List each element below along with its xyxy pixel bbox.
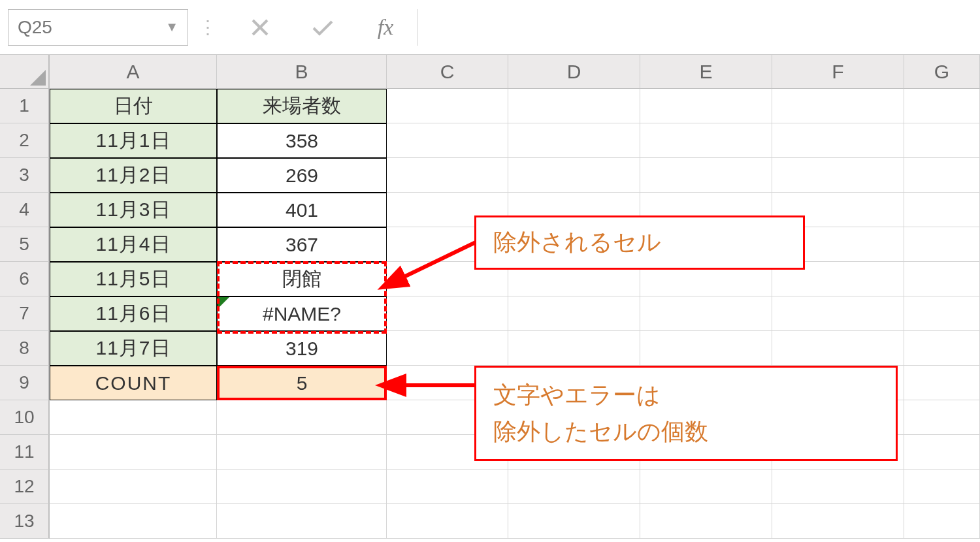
cell-value[interactable]: 367 [217,227,387,262]
cell-count-label[interactable]: COUNT [50,366,217,400]
cell[interactable] [387,504,508,539]
cell[interactable] [50,400,217,435]
cell[interactable] [904,89,980,123]
cell[interactable] [904,158,980,193]
cell-value[interactable]: 閉館 [217,262,387,296]
cell[interactable] [640,123,772,158]
name-box[interactable]: Q25 ▼ [8,9,188,46]
row-header[interactable]: 7 [0,296,50,331]
cell[interactable] [772,331,904,366]
cell[interactable] [640,331,772,366]
arrow-icon [385,235,483,287]
cell[interactable] [640,158,772,193]
cell[interactable] [904,435,980,470]
chevron-down-icon[interactable]: ▼ [165,20,178,35]
cell-date[interactable]: 11月7日 [50,331,217,366]
col-header-f[interactable]: F [772,55,904,89]
row-header[interactable]: 11 [0,435,50,470]
formula-bar: Q25 ▼ ⋮ fx [0,0,980,55]
cell[interactable] [904,400,980,435]
cell[interactable] [904,296,980,331]
cell[interactable] [50,504,217,539]
cell[interactable] [640,89,772,123]
cell[interactable] [217,435,387,470]
cell[interactable] [772,123,904,158]
cell-b1[interactable]: 来場者数 [217,89,387,123]
cell[interactable] [508,504,640,539]
cell-value[interactable]: 401 [217,193,387,227]
spreadsheet-grid: A B C D E F G 1 日付 来場者数 2 11月1日 358 3 11… [0,55,980,539]
cell[interactable] [640,296,772,331]
row-header[interactable]: 6 [0,262,50,296]
row-header[interactable]: 8 [0,331,50,366]
row-header[interactable]: 10 [0,400,50,435]
cell-value-error[interactable]: #NAME? [217,296,387,331]
cell-date[interactable]: 11月5日 [50,262,217,296]
col-header-d[interactable]: D [508,55,640,89]
cell[interactable] [904,262,980,296]
col-header-g[interactable]: G [904,55,980,89]
col-header-b[interactable]: B [217,55,387,89]
row-header[interactable]: 9 [0,366,50,400]
cell[interactable] [772,296,904,331]
cell[interactable] [904,193,980,227]
cell-date[interactable]: 11月2日 [50,158,217,193]
cell[interactable] [387,470,508,504]
cell[interactable] [772,89,904,123]
cell[interactable] [508,470,640,504]
cell[interactable] [508,123,640,158]
row-header[interactable]: 3 [0,158,50,193]
row-header[interactable]: 5 [0,227,50,262]
name-box-text: Q25 [18,17,165,38]
cell[interactable] [217,470,387,504]
cell-a1[interactable]: 日付 [50,89,217,123]
row-header[interactable]: 1 [0,89,50,123]
cell[interactable] [772,504,904,539]
row-header[interactable]: 12 [0,470,50,504]
cell-value[interactable]: 319 [217,331,387,366]
cell[interactable] [904,331,980,366]
row-header[interactable]: 4 [0,193,50,227]
cell-value[interactable]: 358 [217,123,387,158]
cell[interactable] [640,504,772,539]
cell[interactable] [772,470,904,504]
cell[interactable] [640,470,772,504]
cell-date[interactable]: 11月1日 [50,123,217,158]
cell-value[interactable]: 269 [217,158,387,193]
cell-date[interactable]: 11月3日 [50,193,217,227]
cell[interactable] [904,123,980,158]
fx-icon[interactable]: fx [354,15,417,40]
select-all-corner[interactable] [0,55,50,89]
cell[interactable] [50,470,217,504]
cell[interactable] [387,331,508,366]
callout-description: 文字やエラーは 除外したセルの個数 [474,366,898,461]
cell[interactable] [904,366,980,400]
row-header[interactable]: 2 [0,123,50,158]
col-header-a[interactable]: A [50,55,217,89]
cell[interactable] [508,158,640,193]
cell[interactable] [387,89,508,123]
col-header-e[interactable]: E [640,55,772,89]
cell[interactable] [508,331,640,366]
column-headers: A B C D E F G [0,55,980,89]
cell-count-value[interactable]: 5 [217,366,387,400]
cell[interactable] [387,158,508,193]
formula-input[interactable] [417,9,972,46]
svg-line-2 [399,242,477,279]
cell[interactable] [508,89,640,123]
cell[interactable] [387,123,508,158]
cell-date[interactable]: 11月4日 [50,227,217,262]
cell[interactable] [904,470,980,504]
cell[interactable] [508,296,640,331]
cell[interactable] [217,504,387,539]
col-header-c[interactable]: C [387,55,508,89]
cell[interactable] [217,400,387,435]
cell[interactable] [387,296,508,331]
cell[interactable] [904,227,980,262]
row-header[interactable]: 13 [0,504,50,539]
cell-date[interactable]: 11月6日 [50,296,217,331]
cell[interactable] [772,158,904,193]
cell[interactable] [50,435,217,470]
cell[interactable] [904,504,980,539]
cancel-icon [229,18,291,37]
